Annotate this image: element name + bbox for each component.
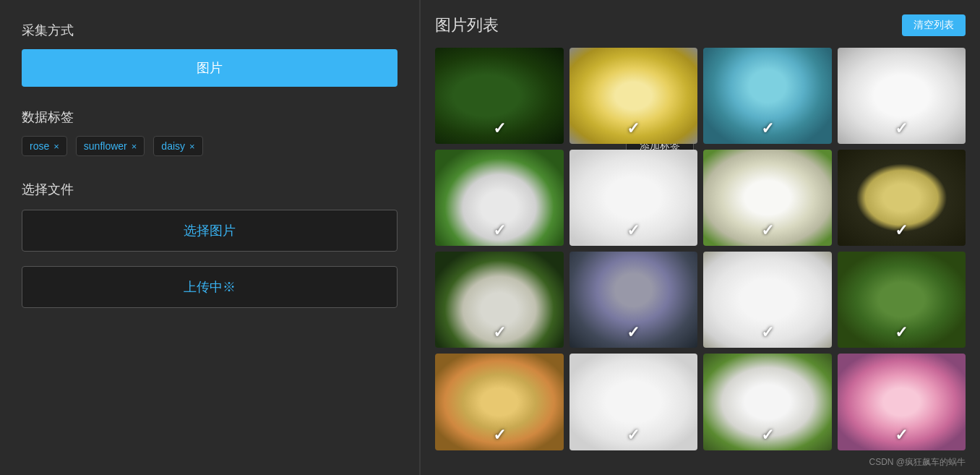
image-item[interactable]: ✓	[569, 48, 698, 144]
select-file-label: 选择文件	[22, 181, 397, 198]
select-image-button[interactable]: 选择图片	[22, 210, 397, 252]
check-icon: ✓	[895, 323, 908, 342]
check-icon: ✓	[761, 323, 774, 342]
image-type-button[interactable]: 图片	[22, 49, 397, 87]
image-grid: ✓ ✓ ✓ ✓ ✓ ✓ ✓ ✓	[435, 48, 966, 450]
check-icon: ✓	[627, 119, 640, 138]
image-item[interactable]: ✓	[435, 48, 564, 144]
image-item[interactable]: ✓	[569, 252, 698, 348]
check-icon: ✓	[895, 119, 908, 138]
image-item[interactable]: ✓	[703, 252, 832, 348]
tag-rose-close[interactable]: ×	[53, 141, 59, 152]
image-item[interactable]: ✓	[838, 252, 966, 348]
upload-label: 上传中※	[184, 280, 236, 294]
tag-daisy-close[interactable]: ×	[189, 141, 195, 152]
image-item[interactable]: ✓	[838, 48, 966, 144]
right-header: 图片列表 清空列表	[435, 14, 966, 36]
data-labels-section: 数据标签 rose × sunflower × daisy × 添加标签	[22, 108, 397, 156]
image-item[interactable]: ✓	[703, 354, 832, 450]
image-item[interactable]: ✓	[569, 354, 698, 450]
tag-daisy: daisy ×	[153, 136, 202, 156]
image-item[interactable]: ✓	[703, 48, 832, 144]
check-icon: ✓	[761, 119, 774, 138]
image-item[interactable]: ✓	[838, 150, 966, 246]
tag-rose-text: rose	[30, 140, 49, 152]
left-panel: 采集方式 图片 数据标签 rose × sunflower × daisy × …	[0, 0, 419, 475]
right-panel: 图片列表 清空列表 ✓ ✓ ✓ ✓ ✓ ✓ ✓	[421, 0, 980, 475]
check-icon: ✓	[761, 426, 774, 445]
check-icon: ✓	[627, 221, 640, 240]
tag-sunflower: sunflower ×	[76, 136, 145, 156]
watermark: CSDN @疯狂飙车的蜗牛	[435, 456, 966, 468]
check-icon: ✓	[895, 426, 908, 445]
image-item[interactable]: ✓	[703, 150, 832, 246]
check-icon: ✓	[493, 323, 506, 342]
list-title: 图片列表	[435, 14, 499, 36]
image-item[interactable]: ✓	[569, 150, 698, 246]
tag-sunflower-text: sunflower	[84, 140, 127, 152]
labels-row: rose × sunflower × daisy × 添加标签	[22, 136, 397, 156]
image-item[interactable]: ✓	[435, 252, 564, 348]
tag-rose: rose ×	[22, 136, 67, 156]
select-file-section: 选择文件 选择图片 上传中※	[22, 181, 397, 308]
check-icon: ✓	[493, 221, 506, 240]
upload-button[interactable]: 上传中※	[22, 266, 397, 308]
data-labels-label: 数据标签	[22, 108, 397, 126]
clear-list-button[interactable]: 清空列表	[902, 14, 966, 36]
check-icon: ✓	[895, 221, 908, 240]
check-icon: ✓	[493, 426, 506, 445]
tag-sunflower-close[interactable]: ×	[132, 141, 137, 152]
tag-daisy-text: daisy	[161, 140, 185, 152]
image-item[interactable]: ✓	[435, 354, 564, 450]
check-icon: ✓	[627, 323, 640, 342]
check-icon: ✓	[627, 426, 640, 445]
collection-method-label: 采集方式	[22, 22, 397, 39]
check-icon: ✓	[493, 119, 506, 138]
image-item[interactable]: ✓	[838, 354, 966, 450]
image-item[interactable]: ✓	[435, 150, 564, 246]
check-icon: ✓	[761, 221, 774, 240]
